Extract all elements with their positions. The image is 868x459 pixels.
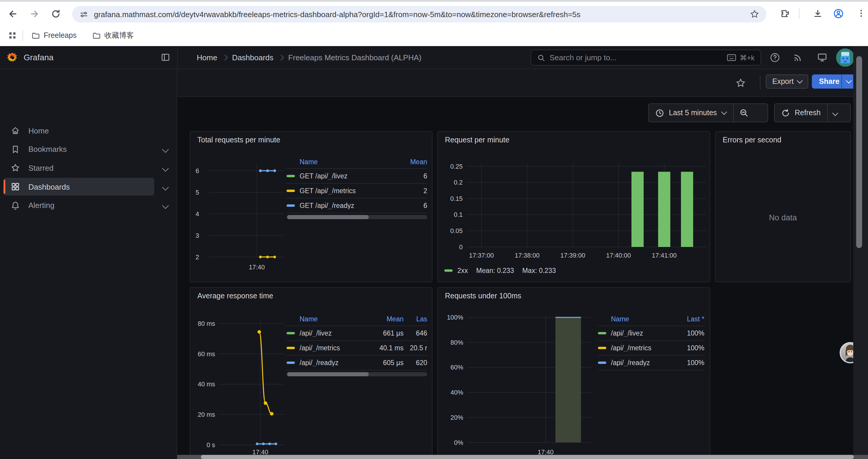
menu-kebab-icon[interactable] xyxy=(857,9,866,18)
legend-col-mean[interactable]: Mean xyxy=(373,316,404,323)
dock-sidebar-icon[interactable] xyxy=(161,53,170,62)
legend-scrollbar[interactable] xyxy=(286,372,427,376)
sidebar-item-label: Starred xyxy=(28,163,54,172)
bookmark-folder-blog[interactable]: 收藏博客 xyxy=(92,30,134,40)
svg-text:60%: 60% xyxy=(451,364,463,371)
legend-col-name[interactable]: Name xyxy=(286,158,397,165)
panel-title[interactable]: Errors per second xyxy=(723,136,781,144)
url-text[interactable]: grafana.mathmast.com/d/deytv4rwavabkb/fr… xyxy=(94,10,750,19)
series-color-pill xyxy=(286,175,295,177)
profile-icon[interactable] xyxy=(833,8,844,19)
breadcrumb-home[interactable]: Home xyxy=(197,53,217,62)
user-avatar[interactable] xyxy=(836,48,855,67)
group-divider xyxy=(827,104,828,122)
browser-toolbar: grafana.mathmast.com/d/deytv4rwavabkb/fr… xyxy=(0,2,868,25)
apps-grid-icon[interactable] xyxy=(8,31,17,40)
legend-row[interactable]: /api/_/livez 100% xyxy=(598,326,704,341)
download-icon[interactable] xyxy=(813,9,823,18)
legend-col-mean[interactable]: Mean xyxy=(397,158,427,165)
sidebar-item-dashboards[interactable]: Dashboards xyxy=(4,178,154,196)
star-icon xyxy=(11,163,20,172)
svg-text:20 ms: 20 ms xyxy=(198,411,215,418)
bookmark-star-icon[interactable] xyxy=(750,9,759,19)
legend-row[interactable]: /api/_/metrics 100% xyxy=(598,341,704,356)
url-bar[interactable]: grafana.mathmast.com/d/deytv4rwavabkb/fr… xyxy=(72,6,766,23)
extensions-icon[interactable] xyxy=(780,9,789,18)
chevron-down-icon[interactable] xyxy=(832,110,838,116)
rss-icon[interactable] xyxy=(793,53,802,62)
horizontal-scrollbar-thumb[interactable] xyxy=(201,455,854,459)
legend-request-per-minute[interactable]: 2xx Mean: 0.233 Max: 0.233 xyxy=(444,267,556,274)
legend-col-last[interactable]: Last * xyxy=(674,316,704,323)
svg-text:2: 2 xyxy=(195,254,199,261)
bookmark-folder-freeleaps[interactable]: Freeleaps xyxy=(31,31,76,40)
sidebar-item-home[interactable]: Home xyxy=(4,122,154,139)
legend-total-requests: Name Mean GET /api/_/livez 6 GET /api/_/… xyxy=(286,155,427,219)
apps-icon xyxy=(11,182,20,191)
back-button[interactable] xyxy=(8,9,18,19)
panel-title[interactable]: Average response time xyxy=(197,292,273,300)
legend-row[interactable]: GET /api/_/readyz 6 xyxy=(286,198,427,213)
svg-text:60 ms: 60 ms xyxy=(198,350,215,358)
legend-row[interactable]: GET /api/_/metrics 2 xyxy=(286,184,427,198)
chevron-down-icon[interactable] xyxy=(162,146,169,153)
panel-title[interactable]: Requests under 100ms xyxy=(445,292,522,300)
legend-col-last[interactable]: Las xyxy=(404,316,427,323)
legend-row[interactable]: /api/_/livez 661 µs 646 xyxy=(286,326,427,341)
search-input[interactable]: Search or jump to... ⌘+k xyxy=(531,50,761,66)
search-placeholder: Search or jump to... xyxy=(550,53,727,62)
svg-text:20%: 20% xyxy=(451,414,463,421)
sidebar-item-alerting[interactable]: Alerting xyxy=(4,196,154,214)
series-mean: 40.1 ms xyxy=(373,345,404,352)
favorite-star-icon[interactable] xyxy=(736,78,746,88)
reload-button[interactable] xyxy=(51,9,61,19)
brand-name[interactable]: Grafana xyxy=(24,53,54,62)
chevron-down-icon[interactable] xyxy=(162,184,169,191)
refresh-label[interactable]: Refresh xyxy=(795,109,821,117)
scrollbar-thumb[interactable] xyxy=(287,372,369,376)
vertical-scrollbar-thumb[interactable] xyxy=(856,56,862,248)
scrollbar-thumb[interactable] xyxy=(287,215,369,219)
chart-requests-under-100ms[interactable]: 100%80%60%40%20%0%17:40 xyxy=(424,309,596,457)
chart-total-requests[interactable]: 6543217:40 xyxy=(190,157,290,275)
series-last: 100% xyxy=(674,330,704,337)
svg-text:5: 5 xyxy=(195,189,199,196)
search-shortcut: ⌘+k xyxy=(740,54,754,62)
series-color-pill xyxy=(286,347,295,350)
svg-text:17:40: 17:40 xyxy=(249,263,265,271)
browser-chrome: grafana.mathmast.com/d/deytv4rwavabkb/fr… xyxy=(0,0,868,46)
time-range-group: Last 5 minutes xyxy=(648,103,768,122)
refresh-icon xyxy=(781,108,790,117)
help-icon[interactable] xyxy=(770,53,780,63)
grafana-logo[interactable] xyxy=(7,52,18,63)
monitor-icon[interactable] xyxy=(817,53,827,62)
search-icon xyxy=(537,54,546,62)
legend-row[interactable]: /api/_/readyz 605 µs 620 xyxy=(286,356,427,370)
chart-average-response-time[interactable]: 80 ms60 ms40 ms20 ms0 s17:40 xyxy=(190,309,290,457)
zoom-out-icon[interactable] xyxy=(740,108,749,118)
panel-title[interactable]: Total requests per minute xyxy=(197,136,280,144)
breadcrumb: Home Dashboards Freeleaps Metrics Dashbo… xyxy=(197,46,421,69)
legend-col-name[interactable]: Name xyxy=(286,316,373,323)
dashboard-canvas: Last 5 minutes Refresh Total requests pe… xyxy=(177,97,868,459)
nav-divider xyxy=(177,46,178,69)
time-range-label[interactable]: Last 5 minutes xyxy=(669,109,717,117)
legend-row[interactable]: /api/_/metrics 40.1 ms 20.5 r xyxy=(286,341,427,356)
chevron-down-icon[interactable] xyxy=(162,202,169,209)
forward-button[interactable] xyxy=(30,9,39,19)
series-name: GET /api/_/readyz xyxy=(300,202,354,209)
series-color-pill xyxy=(286,204,295,207)
legend-row[interactable]: GET /api/_/livez 6 xyxy=(286,169,427,184)
sidebar-item-starred[interactable]: Starred xyxy=(4,159,154,177)
chart-request-per-minute[interactable]: 0.250.20.150.10.05017:37:0017:38:0017:39… xyxy=(440,155,709,282)
sidebar-item-bookmarks[interactable]: Bookmarks xyxy=(4,140,154,158)
export-button[interactable]: Export xyxy=(766,74,808,89)
legend-col-name[interactable]: Name xyxy=(598,316,674,323)
site-info-icon[interactable] xyxy=(79,10,88,19)
series-color-pill xyxy=(286,190,295,192)
breadcrumb-dashboards[interactable]: Dashboards xyxy=(232,53,273,62)
legend-row[interactable]: /api/_/readyz 100% xyxy=(598,356,704,370)
legend-scrollbar[interactable] xyxy=(286,215,427,219)
chevron-down-icon[interactable] xyxy=(162,165,169,172)
panel-title[interactable]: Request per minute xyxy=(445,136,509,144)
